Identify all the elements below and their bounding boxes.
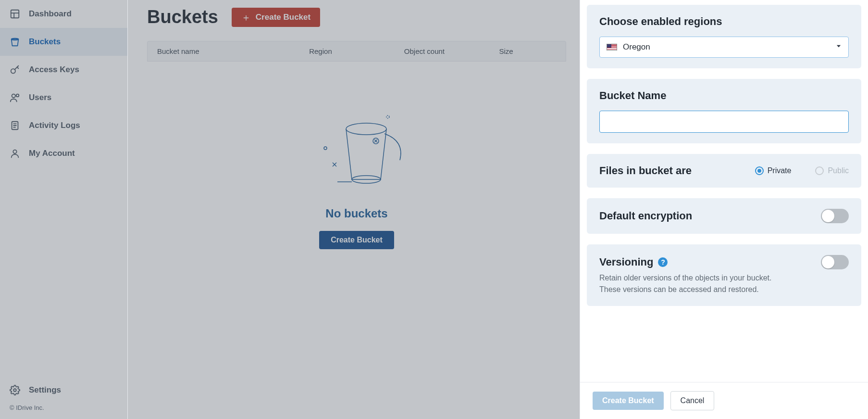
bucket-name-title: Bucket Name xyxy=(599,89,849,102)
chevron-down-icon xyxy=(835,42,842,52)
versioning-card: Versioning ? Retain older versions of th… xyxy=(587,244,861,306)
visibility-title: Files in bucket are xyxy=(599,165,692,177)
region-card: Choose enabled regions Oregon xyxy=(587,5,861,68)
us-flag-icon xyxy=(607,44,617,51)
visibility-radio-group: Private Public xyxy=(755,166,849,175)
visibility-public-label: Public xyxy=(828,166,849,175)
visibility-private-radio[interactable]: Private xyxy=(755,166,792,175)
versioning-desc-line1: Retain older versions of the objects in … xyxy=(599,272,849,284)
region-title: Choose enabled regions xyxy=(599,15,849,28)
visibility-public-radio[interactable]: Public xyxy=(815,166,849,175)
visibility-card: Files in bucket are Private Public xyxy=(587,154,861,188)
encryption-toggle[interactable] xyxy=(821,209,849,223)
sidebar: Dashboard Buckets Access Keys Users Acti… xyxy=(0,0,128,419)
encryption-card: Default encryption xyxy=(587,198,861,234)
encryption-title: Default encryption xyxy=(599,210,692,222)
bucket-name-input[interactable] xyxy=(599,111,849,133)
panel-body: Choose enabled regions Oregon Bucket Nam… xyxy=(580,0,868,382)
sidebar-overlay xyxy=(0,0,127,419)
panel-cancel-button[interactable]: Cancel xyxy=(670,391,715,410)
help-icon[interactable]: ? xyxy=(658,257,668,267)
visibility-private-label: Private xyxy=(768,166,792,175)
panel-footer: Create Bucket Cancel xyxy=(580,382,868,419)
region-selected-value: Oregon xyxy=(623,42,650,52)
versioning-desc-line2: These versions can be accessed and resto… xyxy=(599,284,849,295)
versioning-title: Versioning xyxy=(599,256,653,268)
main-content: Buckets ＋ Create Bucket Bucket name Regi… xyxy=(128,0,580,419)
radio-dot-icon xyxy=(755,166,764,175)
panel-create-bucket-button[interactable]: Create Bucket xyxy=(593,392,664,410)
create-bucket-panel: Choose enabled regions Oregon Bucket Nam… xyxy=(580,0,868,419)
region-select[interactable]: Oregon xyxy=(599,37,849,58)
bucket-name-card: Bucket Name xyxy=(587,79,861,143)
versioning-toggle[interactable] xyxy=(821,255,849,269)
main-overlay xyxy=(128,0,580,419)
radio-dot-icon xyxy=(815,166,824,175)
